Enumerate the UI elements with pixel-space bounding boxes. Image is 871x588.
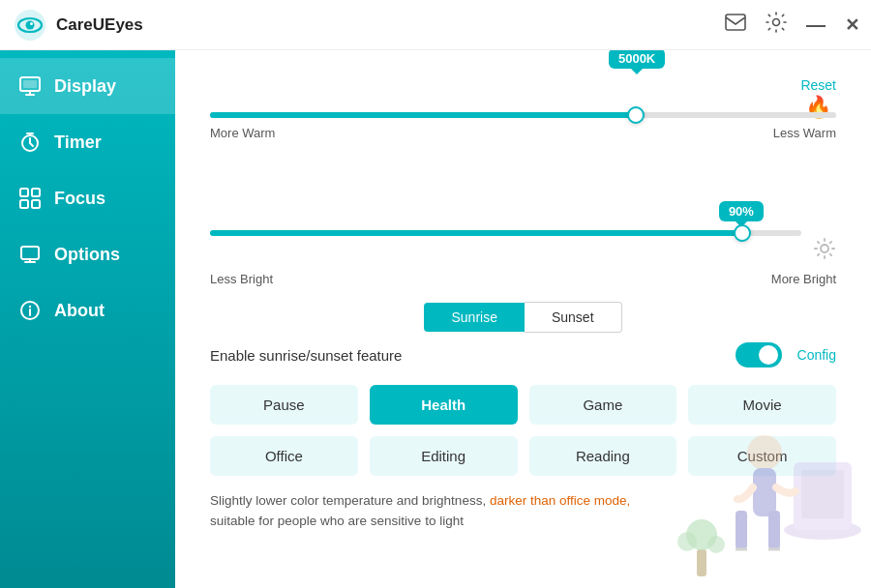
bright-label-right: More Bright [771, 272, 836, 286]
mode-btn-custom[interactable]: Custom [688, 436, 836, 476]
sunset-tab[interactable]: Sunset [525, 302, 622, 333]
focus-icon [19, 188, 41, 209]
brightness-slider-section: 90% Less Bright More Bright [210, 167, 836, 286]
svg-rect-7 [23, 80, 37, 88]
svg-point-28 [677, 532, 697, 551]
sidebar-label-about: About [54, 301, 105, 321]
mode-btn-game[interactable]: Game [529, 385, 677, 425]
brightness-track[interactable] [210, 230, 801, 236]
mode-btn-reading[interactable]: Reading [529, 436, 677, 476]
sidebar-item-about[interactable]: About [0, 282, 175, 338]
display-icon [19, 75, 41, 97]
brightness-fill [210, 230, 742, 236]
titlebar: CareUEyes — ✕ [0, 0, 871, 50]
titlebar-left: CareUEyes [14, 9, 143, 42]
sidebar-label-timer: Timer [54, 132, 102, 153]
svg-point-16 [821, 245, 828, 252]
brightness-thumb [734, 224, 751, 242]
bright-label-left: Less Bright [210, 272, 273, 286]
sidebar-item-options[interactable]: Options [0, 226, 175, 282]
layout: Display Timer Focus [0, 50, 871, 588]
mode-btn-office[interactable]: Office [210, 436, 358, 476]
svg-rect-26 [697, 549, 706, 576]
svg-rect-11 [20, 200, 28, 208]
svg-rect-9 [20, 189, 28, 196]
sidebar-item-display[interactable]: Display [0, 58, 175, 114]
svg-point-15 [29, 306, 31, 308]
svg-point-5 [773, 19, 780, 26]
svg-rect-19 [801, 470, 844, 518]
sun-toggle-group: Sunrise Sunset [210, 302, 836, 333]
mode-buttons-grid: Pause Health Game Movie Office Editing R… [210, 385, 836, 476]
temperature-fill [210, 112, 636, 118]
temperature-track[interactable] [210, 112, 836, 118]
about-icon [19, 300, 41, 321]
config-link[interactable]: Config [797, 347, 836, 363]
mode-btn-editing[interactable]: Editing [370, 436, 518, 476]
svg-rect-4 [726, 15, 745, 30]
mode-description: Slightly lower color temperature and bri… [210, 491, 742, 532]
brightness-badge: 90% [719, 201, 764, 221]
options-icon [19, 244, 41, 265]
close-button[interactable]: ✕ [845, 15, 859, 36]
sidebar-item-timer[interactable]: Timer [0, 114, 175, 170]
sunrise-enable-label: Enable sunrise/sunset feature [210, 347, 402, 364]
sidebar: Display Timer Focus [0, 50, 175, 588]
svg-point-17 [784, 520, 861, 540]
email-icon[interactable] [725, 14, 746, 36]
sunrise-tab[interactable]: Sunrise [424, 303, 524, 332]
app-title: CareUEyes [56, 15, 143, 35]
main-content: Reset 🔥 5000K More Warm Less Warm 90% [175, 50, 871, 588]
settings-icon[interactable] [766, 12, 787, 38]
mode-desc-text: Slightly lower color temperature and bri… [210, 493, 630, 528]
svg-rect-23 [768, 511, 780, 549]
sidebar-label-display: Display [54, 76, 116, 97]
mode-btn-pause[interactable]: Pause [210, 385, 358, 425]
brightness-icon [813, 237, 836, 264]
temperature-labels: More Warm Less Warm [210, 126, 836, 140]
mode-btn-health[interactable]: Health [370, 385, 518, 425]
svg-rect-13 [21, 247, 39, 259]
sidebar-label-options: Options [54, 245, 120, 265]
sunrise-toggle[interactable] [736, 342, 782, 368]
timer-icon [19, 132, 41, 153]
svg-point-2 [26, 20, 35, 29]
svg-rect-10 [32, 189, 40, 196]
app-logo [14, 9, 46, 42]
brightness-labels: Less Bright More Bright [210, 272, 836, 286]
titlebar-right: — ✕ [725, 12, 859, 38]
sunrise-right: Config [736, 342, 836, 368]
minimize-icon[interactable]: — [806, 14, 826, 36]
sidebar-item-focus[interactable]: Focus [0, 170, 175, 226]
svg-rect-12 [32, 200, 40, 208]
temperature-badge: 5000K [609, 50, 665, 69]
temp-label-left: More Warm [210, 126, 275, 140]
temperature-slider-section: 5000K More Warm Less Warm [210, 77, 836, 140]
sunrise-enable-row: Enable sunrise/sunset feature Config [210, 342, 836, 368]
sidebar-label-focus: Focus [54, 189, 105, 209]
mode-btn-movie[interactable]: Movie [688, 385, 836, 425]
temp-label-right: Less Warm [773, 126, 836, 140]
svg-point-3 [30, 22, 33, 25]
temperature-thumb [627, 106, 645, 124]
svg-point-29 [707, 536, 725, 553]
